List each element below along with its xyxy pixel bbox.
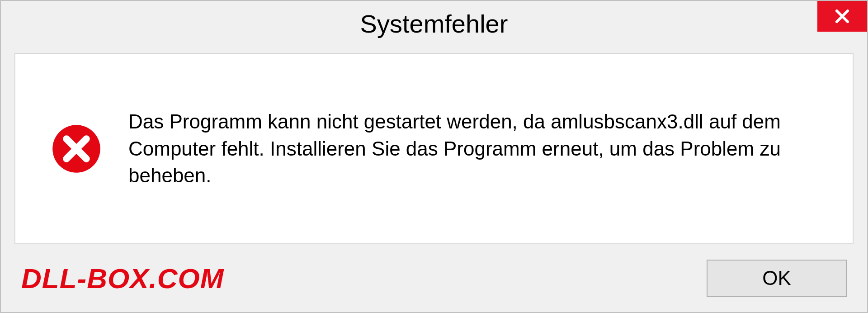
- error-icon: [52, 124, 101, 174]
- watermark-text: DLL-BOX.COM: [21, 262, 224, 294]
- error-dialog: Systemfehler Das Programm kann nicht ges…: [0, 0, 868, 313]
- dialog-title: Systemfehler: [360, 9, 508, 38]
- ok-button[interactable]: OK: [707, 260, 847, 297]
- close-button[interactable]: [817, 1, 867, 32]
- dialog-footer: DLL-BOX.COM OK: [1, 253, 867, 312]
- content-panel: Das Programm kann nicht gestartet werden…: [14, 53, 854, 244]
- titlebar: Systemfehler: [1, 1, 867, 46]
- error-message: Das Programm kann nicht gestartet werden…: [128, 108, 826, 189]
- close-icon: [834, 8, 850, 24]
